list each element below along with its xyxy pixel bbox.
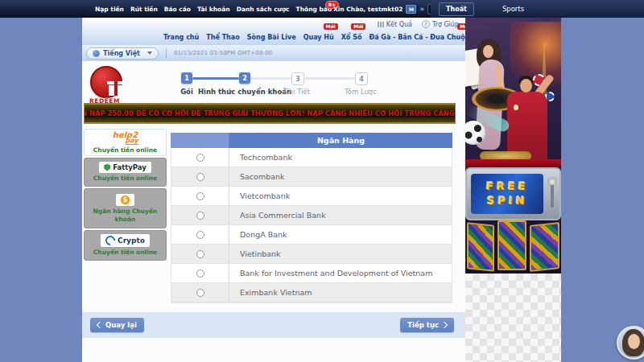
payment-method-crypto[interactable]: Crypto Chuyển tiền online [84, 230, 167, 261]
help-label: Trợ Giúp [432, 21, 459, 28]
step-connector [250, 77, 291, 80]
nav-sports[interactable]: Thể Thao [205, 30, 240, 45]
menu-report[interactable]: Báo cáo [164, 6, 191, 13]
menu-notifications[interactable]: Thông báo 9+ [296, 6, 332, 13]
bank-radio-cell[interactable] [171, 245, 229, 263]
bank-name: Bank for Investment and Development of V… [229, 264, 452, 282]
payment-method-fattypay[interactable]: FattyPay Chuyển tiền online [84, 158, 167, 187]
bank-radio-cell[interactable] [171, 148, 229, 167]
results-label: Kết Quả [386, 21, 412, 28]
language-value: Tiếng Việt [103, 50, 140, 57]
logout-button[interactable]: Thoát [439, 2, 474, 16]
radio-icon[interactable] [196, 173, 204, 181]
nav-cockfight-fishing[interactable]: Đá Gà - Bắn Cá - Đua Chuột Mới [368, 30, 469, 45]
bank-name: Techcombank [229, 148, 452, 167]
menu-deposit[interactable]: Nạp tiền [95, 6, 124, 13]
crypto-logo: Crypto [101, 234, 150, 247]
nav-home[interactable]: Trang chủ [163, 30, 200, 45]
slot-game-screen-art [497, 220, 526, 270]
bank-table-header: Ngân Hàng [171, 133, 452, 148]
results-link[interactable]: Kết Quả [378, 21, 412, 28]
radio-icon[interactable] [196, 154, 204, 162]
new-badge: Mới [351, 23, 365, 30]
help2pay-logo: help2 pay [113, 131, 138, 145]
bank-transfer-logo: $ [116, 194, 134, 206]
continue-button-label: Tiếp tục [407, 321, 439, 329]
step-1-box: 1 [181, 72, 192, 84]
bank-name: Asia Commercial Bank [229, 206, 452, 224]
payment-method-bank-transfer[interactable]: $ Ngân hàng Chuyển khoản [84, 188, 167, 228]
bank-row[interactable]: Asia Commercial Bank [171, 206, 452, 225]
nav-live-casino[interactable]: Sòng Bài Live [246, 30, 297, 45]
slot-game-screen-art [467, 222, 494, 272]
language-select[interactable]: Tiếng Việt [86, 47, 159, 60]
step-connector [192, 77, 239, 80]
radio-icon[interactable] [196, 289, 204, 297]
nav-cockfight-label: Đá Gà - Bắn Cá - Đua Chuột [369, 34, 468, 41]
free-spin-reel: FREE SPIN [471, 174, 543, 214]
menu-withdraw[interactable]: Rút tiền [130, 6, 158, 13]
screen: Nạp tiền Rút tiền Báo cáo Tài khoản Danh… [0, 0, 644, 362]
back-button[interactable]: Quay lại [90, 318, 144, 332]
fireworks-art [510, 22, 561, 98]
bank-radio-cell[interactable] [171, 187, 229, 205]
top-bar: Nạp tiền Rút tiền Báo cáo Tài khoản Danh… [0, 0, 431, 18]
free-spin-text: FREE [485, 179, 529, 194]
payment-method-label: Chuyển tiền online [87, 175, 163, 182]
menu-bet-list[interactable]: Danh sách cược [237, 6, 290, 13]
bank-row[interactable]: Techcombank [171, 148, 452, 167]
nav-slots[interactable]: Quay Hũ Mới [303, 30, 335, 45]
bank-radio-cell[interactable] [171, 283, 229, 302]
step-2-box: 2 [239, 72, 250, 84]
bank-table-radio-header [171, 133, 229, 148]
radio-icon[interactable] [196, 231, 204, 239]
nav-quick-links: Kết Quả ? Trợ Giúp [378, 20, 459, 28]
radio-icon[interactable] [196, 250, 204, 258]
datetime-text: 01/13/2021 03:58PM GMT+08:00 [174, 50, 273, 56]
bank-row[interactable]: Vietinbank [171, 245, 452, 264]
continue-button[interactable]: Tiếp tục [400, 318, 454, 332]
slot-game-screen-art [530, 222, 559, 272]
bank-radio-cell[interactable] [171, 264, 229, 282]
step-connector [303, 77, 355, 80]
chat-avatar[interactable] [617, 326, 644, 360]
bank-row[interactable]: Bank for Investment and Development of V… [171, 264, 452, 283]
results-icon [378, 22, 384, 27]
top-menu: Nạp tiền Rút tiền Báo cáo Tài khoản Danh… [95, 0, 332, 18]
expand-chevrons-icon[interactable]: » [419, 6, 424, 13]
fattypay-logo: FattyPay [99, 162, 151, 173]
radio-icon[interactable] [196, 212, 204, 220]
redeem-logo [90, 66, 122, 98]
help-icon: ? [422, 20, 430, 28]
radio-icon[interactable] [196, 192, 204, 200]
member-badge-icon[interactable]: M [406, 5, 416, 14]
footer-bar: Quay lại Tiếp tục [82, 312, 465, 338]
payment-method-label: Chuyển tiền online [87, 249, 163, 256]
nav-lottery-label: Xổ Số [341, 34, 362, 41]
bank-row[interactable]: Eximbank Vietnam [171, 283, 452, 302]
bank-radio-cell[interactable] [171, 206, 229, 224]
bank-table: Techcombank Sacombank Vietcombank Asia C… [171, 148, 452, 303]
step-4-box: 4 [355, 72, 368, 85]
menu-account[interactable]: Tài khoản [197, 6, 230, 13]
back-button-label: Quay lại [105, 321, 137, 329]
dollar-coin-icon: $ [121, 195, 130, 204]
nav-lottery[interactable]: Xổ Số Mới [341, 30, 363, 45]
divider [166, 48, 167, 58]
bank-radio-cell[interactable] [171, 167, 229, 186]
user-greeting: Xin Chào, testmkt02 [333, 6, 402, 13]
globe-icon [93, 50, 100, 57]
payment-method-help2pay[interactable]: help2 pay Chuyển tiền online [84, 129, 167, 156]
bank-row[interactable]: Vietcombank [171, 187, 452, 206]
help-link[interactable]: ? Trợ Giúp [422, 20, 459, 28]
free-spin-text: SPIN [486, 194, 528, 208]
bank-row[interactable]: DongA Bank [171, 225, 452, 245]
bank-name: Vietinbank [229, 245, 452, 263]
bank-radio-cell[interactable] [171, 225, 229, 244]
payment-method-label: Ngân hàng Chuyển khoản [87, 208, 163, 223]
bank-row[interactable]: Sacombank [171, 167, 452, 187]
step-3-box: 3 [291, 72, 304, 85]
tab-sports[interactable]: Sports [465, 0, 561, 18]
language-bar: Tiếng Việt 01/13/2021 03:58PM GMT+08:00 [82, 45, 465, 62]
radio-icon[interactable] [196, 269, 204, 278]
